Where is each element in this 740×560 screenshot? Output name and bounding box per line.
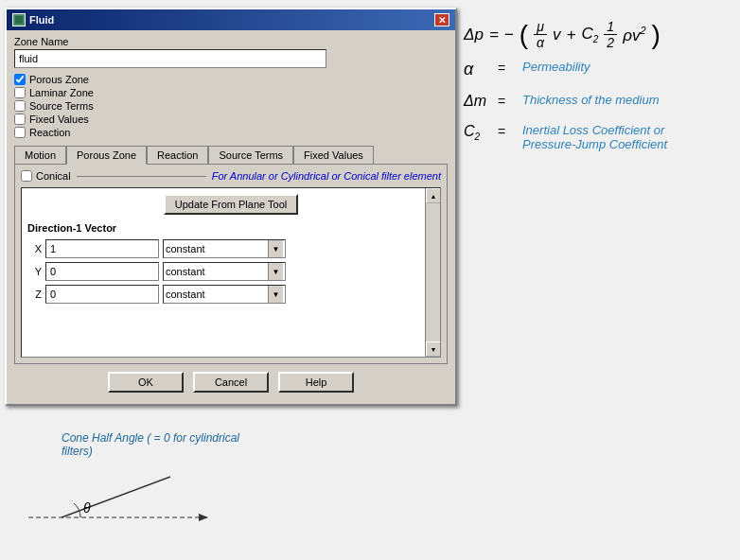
cancel-button[interactable]: Cancel (193, 372, 269, 393)
vector-row-x: X constant ▼ (27, 239, 434, 258)
tabs-container: Motion Porous Zone Reaction Source Terms… (14, 146, 448, 164)
vector-y-dropdown[interactable]: constant ▼ (163, 262, 286, 281)
checkboxes-group: Porous Zone Laminar Zone Source Terms Fi… (14, 74, 448, 138)
title-bar-left: Fluid (12, 13, 54, 26)
tab-porous-zone[interactable]: Porous Zone (66, 146, 147, 165)
theta-arc (74, 503, 80, 517)
vector-x-dropdown[interactable]: constant ▼ (163, 239, 286, 258)
legend-c2-desc-line1: Inertial Loss Coefficient or (522, 123, 664, 137)
tab-content-porous: Conical For Annular or Cylindrical or Co… (14, 164, 448, 364)
scrollbar-vertical[interactable]: ▲ ▼ (425, 188, 440, 357)
vector-z-label: Z (27, 289, 42, 300)
checkbox-fixed-values[interactable]: Fixed Values (14, 114, 448, 125)
dialog-title: Fluid (29, 14, 54, 26)
legend-deltam-desc: Thickness of the medium (522, 93, 660, 107)
vector-z-input[interactable] (45, 285, 159, 304)
checkbox-source-terms[interactable]: Source Terms (14, 100, 448, 112)
vector-z-dropdown[interactable]: constant ▼ (163, 285, 286, 304)
vector-x-input[interactable] (45, 239, 159, 258)
legend-row-deltam: Δm = Thickness of the medium (464, 93, 729, 110)
dialog-body: Zone Name Porous Zone Laminar Zone Sourc… (7, 30, 455, 404)
legend-c2-desc-container: Inertial Loss Coefficient or Pressure-Ju… (522, 123, 667, 151)
vector-x-label: X (27, 243, 42, 254)
math-panel: Δp = − ( μ α v + C2 1 2 ρv2 ) α = Permea… (464, 19, 729, 165)
legend-deltam-eq: = (498, 93, 517, 109)
tab-source-terms[interactable]: Source Terms (208, 146, 293, 164)
close-button[interactable]: ✕ (434, 13, 449, 26)
update-btn-row: Update From Plane Tool (27, 194, 434, 215)
scroll-area: Update From Plane Tool Direction-1 Vecto… (21, 187, 441, 358)
legend-row-c2: C2 = Inertial Loss Coefficient or Pressu… (464, 123, 729, 151)
diagram-note: Cone Half Angle ( = 0 for cylindrical fi… (62, 431, 246, 458)
scrollbar-thumb[interactable] (427, 204, 439, 341)
conical-note: For Annular or Cylindrical or Conical fi… (212, 170, 441, 182)
arrow-head (199, 514, 208, 521)
checkbox-porous-zone[interactable]: Porous Zone (14, 74, 448, 85)
theta-label: θ (83, 500, 91, 516)
tab-motion[interactable]: Motion (14, 146, 66, 164)
conical-row: Conical For Annular or Cylindrical or Co… (21, 170, 441, 182)
diagram-svg: θ (9, 465, 218, 541)
checkbox-reaction[interactable]: Reaction (14, 127, 448, 138)
legend-alpha-symbol: α (464, 60, 492, 79)
vector-row-z: Z constant ▼ (27, 285, 434, 304)
cone-line (62, 477, 170, 517)
frac-mu-alpha: μ α (534, 19, 547, 50)
help-button[interactable]: Help (278, 372, 354, 393)
dialog-icon (12, 13, 26, 26)
tab-reaction[interactable]: Reaction (147, 146, 208, 164)
checkbox-conical[interactable]: Conical (21, 170, 71, 182)
legend-c2-symbol: C2 (464, 123, 492, 142)
legend-alpha-desc: Permeability (522, 60, 590, 74)
direction-label: Direction-1 Vector (27, 222, 434, 234)
legend-deltam-symbol: Δm (464, 93, 492, 110)
legend-row-alpha: α = Permeability (464, 60, 729, 79)
legend-alpha-eq: = (498, 60, 517, 76)
fluid-dialog: Fluid ✕ Zone Name Porous Zone Laminar Zo… (5, 8, 457, 406)
legend-c2-desc-line2: Pressure-Jump Coefficient (522, 137, 667, 151)
title-bar: Fluid ✕ (7, 9, 455, 30)
formula-display: Δp = − ( μ α v + C2 1 2 ρv2 ) (464, 19, 729, 50)
zone-name-label: Zone Name (14, 36, 448, 47)
vector-y-dropdown-arrow: ▼ (268, 263, 283, 280)
frac-half: 1 2 (604, 19, 617, 50)
bottom-buttons: OK Cancel Help (14, 372, 448, 398)
vector-row-y: Y constant ▼ (27, 262, 434, 281)
vector-y-label: Y (27, 266, 42, 277)
tab-fixed-values[interactable]: Fixed Values (293, 146, 374, 164)
scroll-content: Update From Plane Tool Direction-1 Vecto… (22, 188, 440, 313)
ok-button[interactable]: OK (108, 372, 184, 393)
update-plane-tool-button[interactable]: Update From Plane Tool (164, 194, 298, 215)
conical-divider (77, 176, 206, 177)
diagram-area: Cone Half Angle ( = 0 for cylindrical fi… (9, 431, 246, 541)
scrollbar-up-button[interactable]: ▲ (426, 188, 441, 203)
svg-rect-1 (15, 16, 23, 24)
scrollbar-down-button[interactable]: ▼ (426, 341, 441, 357)
vector-x-dropdown-arrow: ▼ (268, 240, 283, 257)
vector-y-input[interactable] (45, 262, 159, 281)
formula-container: Δp = − ( μ α v + C2 1 2 ρv2 ) (464, 19, 729, 50)
vector-z-dropdown-arrow: ▼ (268, 286, 283, 303)
legend-c2-eq: = (498, 123, 517, 139)
checkbox-laminar-zone[interactable]: Laminar Zone (14, 87, 448, 98)
zone-name-input[interactable] (14, 49, 326, 68)
